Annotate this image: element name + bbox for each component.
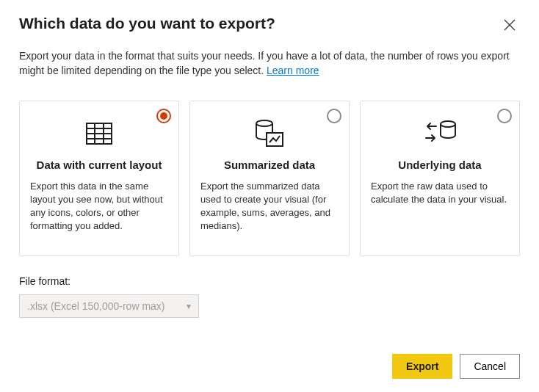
file-format-label: File format: xyxy=(19,275,520,287)
export-button[interactable]: Export xyxy=(392,354,452,379)
table-icon xyxy=(30,116,168,151)
learn-more-link[interactable]: Learn more xyxy=(267,65,319,76)
option-summarized-data[interactable]: Summarized data Export the summarized da… xyxy=(189,101,350,256)
svg-point-8 xyxy=(441,121,455,127)
cancel-button[interactable]: Cancel xyxy=(460,354,520,379)
option-title: Summarized data xyxy=(200,159,339,171)
option-description: Export the summarized data used to creat… xyxy=(200,180,339,233)
close-icon xyxy=(504,19,516,31)
svg-point-6 xyxy=(256,120,272,126)
option-data-current-layout[interactable]: Data with current layout Export this dat… xyxy=(19,101,179,256)
radio-summarized[interactable] xyxy=(327,109,341,123)
database-chart-icon xyxy=(200,116,339,151)
radio-underlying[interactable] xyxy=(497,109,512,123)
dialog-footer: Export Cancel xyxy=(392,354,520,379)
option-description: Export the raw data used to calculate th… xyxy=(371,180,509,206)
option-description: Export this data in the same layout you … xyxy=(30,180,168,233)
file-format-select[interactable]: .xlsx (Excel 150,000-row max) ▾ xyxy=(19,294,199,318)
close-button[interactable] xyxy=(499,15,520,35)
radio-current-layout[interactable] xyxy=(156,109,171,123)
database-sync-icon xyxy=(371,116,509,151)
dialog-description: Export your data in the format that suit… xyxy=(19,48,520,79)
option-title: Underlying data xyxy=(371,159,509,171)
option-underlying-data[interactable]: Underlying data Export the raw data used… xyxy=(360,101,520,256)
export-options: Data with current layout Export this dat… xyxy=(19,101,520,256)
chevron-down-icon: ▾ xyxy=(187,301,191,311)
dialog-title: Which data do you want to export? xyxy=(19,15,275,32)
description-text: Export your data in the format that suit… xyxy=(19,50,510,76)
option-title: Data with current layout xyxy=(30,159,168,171)
file-format-value: .xlsx (Excel 150,000-row max) xyxy=(27,300,165,312)
